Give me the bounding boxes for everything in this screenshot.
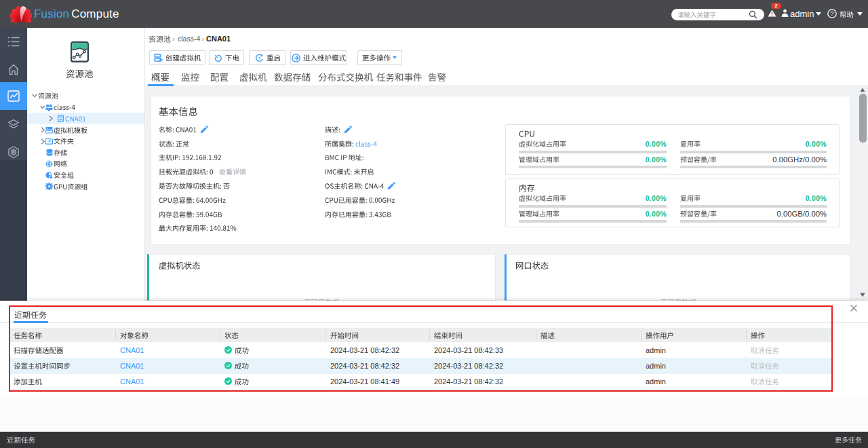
svg-text:?: ? <box>830 10 833 17</box>
